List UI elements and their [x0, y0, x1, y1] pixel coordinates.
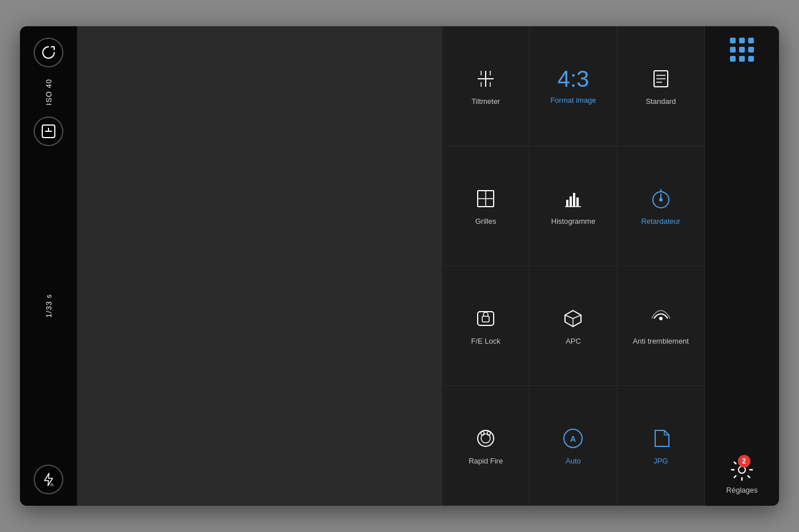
histogramme-button[interactable]: Histogramme: [530, 146, 617, 266]
rapid-fire-button[interactable]: Rapid Fire: [442, 386, 530, 506]
settings-label: Réglages: [727, 486, 758, 494]
histogramme-label: Histogramme: [551, 217, 595, 225]
standard-label: Standard: [645, 97, 676, 106]
far-right-panel: 2 Réglages: [705, 26, 779, 506]
settings-badge: 2: [738, 455, 750, 467]
flash-button[interactable]: A: [34, 465, 63, 494]
anti-tremblement-label: Anti tremblement: [633, 337, 689, 345]
apps-grid-icon[interactable]: [730, 38, 754, 62]
fe-lock-button[interactable]: F/E Lock: [442, 266, 530, 386]
svg-point-24: [659, 198, 663, 201]
auto-button[interactable]: A Auto: [530, 386, 617, 506]
svg-point-32: [478, 430, 494, 446]
right-panel: Tiltmeter 4:3 Format image Standard: [442, 26, 705, 506]
format-image-button[interactable]: 4:3 Format image: [530, 26, 617, 146]
svg-rect-26: [482, 316, 489, 322]
refresh-button[interactable]: [34, 38, 63, 67]
auto-label: Auto: [566, 457, 581, 465]
svg-line-29: [573, 315, 581, 319]
controls-grid: Tiltmeter 4:3 Format image Standard: [442, 26, 705, 506]
svg-text:A: A: [570, 434, 576, 444]
tiltmeter-button[interactable]: Tiltmeter: [442, 26, 530, 146]
svg-rect-34: [481, 432, 484, 435]
svg-point-31: [659, 317, 663, 320]
anti-tremblement-button[interactable]: Anti tremblement: [618, 266, 705, 386]
rapid-fire-label: Rapid Fire: [469, 457, 503, 465]
iso-label: ISO 40: [45, 79, 53, 105]
svg-rect-21: [573, 193, 575, 207]
jpg-label: JPG: [653, 457, 668, 465]
exposure-button[interactable]: [34, 116, 63, 146]
jpg-button[interactable]: JPG: [618, 386, 705, 506]
svg-text:A: A: [50, 482, 54, 487]
format-image-label: Format image: [550, 96, 596, 104]
retardateur-label: Retardateur: [641, 217, 680, 225]
grilles-button[interactable]: Grilles: [442, 146, 530, 266]
shutter-label: 1/33 s: [45, 294, 53, 317]
svg-line-28: [565, 315, 573, 319]
svg-rect-22: [576, 198, 579, 207]
svg-rect-35: [487, 432, 490, 435]
apc-label: APC: [566, 337, 581, 345]
tiltmeter-label: Tiltmeter: [471, 97, 500, 106]
cat-image: [77, 26, 442, 506]
app-container: ISO 40 1/33 s A: [20, 26, 779, 506]
retardateur-button[interactable]: Retardateur: [618, 146, 705, 266]
svg-rect-25: [478, 312, 494, 325]
grilles-label: Grilles: [475, 217, 497, 225]
settings-button[interactable]: 2 Réglages: [727, 457, 758, 494]
fe-lock-label: F/E Lock: [471, 337, 501, 345]
camera-preview: [77, 26, 442, 506]
format-image-icon: 4:3: [558, 67, 590, 90]
svg-rect-19: [566, 200, 568, 207]
left-sidebar: ISO 40 1/33 s A: [20, 26, 77, 506]
standard-button[interactable]: Standard: [618, 26, 705, 146]
apc-button[interactable]: APC: [530, 266, 617, 386]
svg-rect-20: [570, 196, 572, 207]
